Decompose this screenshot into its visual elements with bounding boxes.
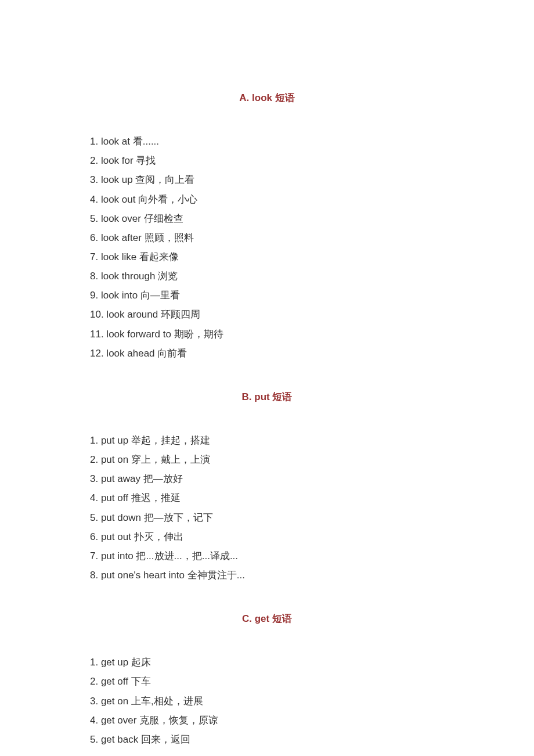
phrase-list-c: 1. get up 起床 2. get off 下车 3. get on 上车,… [90,653,444,749]
list-item: 7. look like 看起来像 [90,247,444,267]
list-item: 12. look ahead 向前看 [90,344,444,363]
list-item: 6. look after 照顾，照料 [90,228,444,247]
list-item: 4. put off 推迟，推延 [90,488,444,507]
list-item: 1. look at 看...... [90,132,444,151]
list-item: 10. look around 环顾四周 [90,305,444,324]
list-item: 5. get back 回来，返回 [90,730,444,749]
list-item: 8. look through 浏览 [90,267,444,286]
list-item: 2. put on 穿上，戴上，上演 [90,450,444,469]
list-item: 9. look into 向—里看 [90,286,444,305]
list-item: 5. look over 仔细检查 [90,209,444,228]
list-item: 5. put down 把—放下，记下 [90,508,444,527]
list-item: 3. get on 上车,相处，进展 [90,692,444,711]
list-item: 6. put out 扑灭，伸出 [90,527,444,546]
list-item: 1. get up 起床 [90,653,444,672]
phrase-list-b: 1. put up 举起，挂起，搭建 2. put on 穿上，戴上，上演 3.… [90,431,444,585]
list-item: 8. put one's heart into 全神贯注于... [90,566,444,585]
section-heading-c: C. get 短语 [90,609,444,628]
section-heading-b: B. put 短语 [90,387,444,406]
list-item: 11. look forward to 期盼，期待 [90,325,444,344]
list-item: 4. get over 克服，恢复，原谅 [90,711,444,730]
list-item: 3. look up 查阅，向上看 [90,170,444,189]
list-item: 2. get off 下车 [90,672,444,691]
section-heading-a: A. look 短语 [90,88,444,107]
list-item: 1. put up 举起，挂起，搭建 [90,431,444,450]
list-item: 7. put into 把...放进...，把...译成... [90,546,444,566]
list-item: 2. look for 寻找 [90,151,444,170]
list-item: 3. put away 把—放好 [90,469,444,488]
list-item: 4. look out 向外看，小心 [90,190,444,209]
phrase-list-a: 1. look at 看...... 2. look for 寻找 3. loo… [90,132,444,363]
